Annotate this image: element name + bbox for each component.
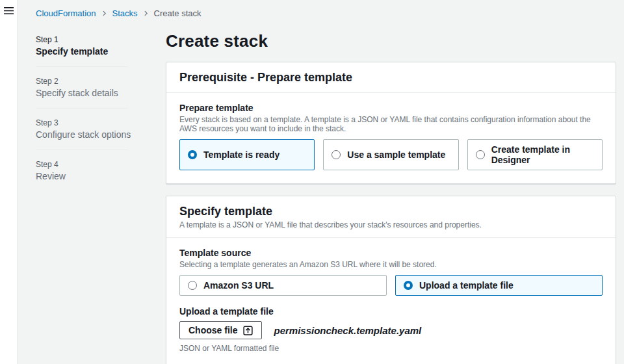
selected-file-name: permissioncheck.template.yaml (274, 325, 421, 336)
step-label: Specify template (36, 46, 166, 57)
prerequisite-card-body: Prepare template Every stack is based on… (166, 93, 616, 183)
radio-checked-icon (188, 150, 197, 159)
page-title: Create stack (166, 31, 616, 51)
template-source-label: Template source (179, 248, 603, 258)
prerequisite-card-header: Prerequisite - Prepare template (166, 62, 616, 93)
prepare-template-description: Every stack is based on a template. A te… (179, 115, 603, 133)
radio-unchecked-icon (476, 150, 485, 159)
step-1-specify-template[interactable]: Step 1 Specify template (36, 35, 166, 57)
radio-unchecked-icon (332, 150, 341, 159)
option-create-template-in-designer[interactable]: Create template in Designer (467, 139, 603, 170)
breadcrumb-current: Create stack (154, 8, 202, 18)
step-number: Step 4 (36, 160, 166, 169)
specify-template-card-header: Specify template A template is a JSON or… (166, 196, 616, 238)
specify-template-description: A template is a JSON or YAML file that d… (179, 220, 603, 229)
choose-file-label: Choose file (188, 325, 237, 335)
divider (36, 66, 128, 67)
specify-template-card: Specify template A template is a JSON or… (166, 196, 616, 364)
template-source-description: Selecting a template generates an Amazon… (179, 260, 603, 269)
option-label: Upload a template file (419, 280, 514, 291)
step-number: Step 2 (36, 77, 166, 86)
radio-checked-icon (404, 281, 413, 290)
specify-template-card-body: Template source Selecting a template gen… (166, 238, 616, 364)
main-panel: Create stack Prerequisite - Prepare temp… (166, 31, 616, 364)
step-label: Review (36, 171, 166, 181)
chevron-right-icon (101, 10, 107, 17)
option-use-sample-template[interactable]: Use a sample template (323, 139, 458, 170)
upload-row: Choose file permissioncheck.template.yam… (179, 321, 603, 339)
file-format-hint: JSON or YAML formatted file (179, 344, 603, 353)
upload-template-file-label: Upload a template file (179, 306, 603, 317)
option-template-is-ready[interactable]: Template is ready (179, 139, 315, 170)
step-label: Configure stack options (36, 129, 166, 140)
breadcrumb-cloudformation[interactable]: CloudFormation (36, 8, 96, 18)
radio-unchecked-icon (188, 281, 197, 290)
divider (36, 150, 128, 150)
upload-icon (243, 326, 253, 335)
step-3-configure-stack-options[interactable]: Step 3 Configure stack options (36, 118, 166, 140)
hamburger-icon[interactable] (4, 6, 14, 18)
step-number: Step 3 (36, 118, 166, 127)
breadcrumb: CloudFormation Stacks Create stack (36, 8, 616, 18)
chevron-right-icon (143, 10, 149, 17)
prepare-template-options: Template is ready Use a sample template … (179, 139, 603, 170)
step-2-specify-stack-details[interactable]: Step 2 Specify stack details (36, 77, 166, 98)
step-number: Step 1 (36, 35, 166, 44)
choose-file-button[interactable]: Choose file (179, 321, 262, 339)
step-4-review[interactable]: Step 4 Review (36, 160, 166, 181)
option-amazon-s3-url[interactable]: Amazon S3 URL (179, 275, 387, 296)
side-rail (0, 0, 18, 364)
option-label: Template is ready (203, 150, 280, 160)
step-label: Specify stack details (36, 88, 166, 98)
prerequisite-card-title: Prerequisite - Prepare template (179, 71, 603, 84)
template-source-options: Amazon S3 URL Upload a template file (179, 275, 603, 296)
breadcrumb-stacks[interactable]: Stacks (112, 8, 138, 18)
prepare-template-label: Prepare template (179, 103, 603, 113)
specify-template-title: Specify template (179, 205, 603, 218)
option-label: Amazon S3 URL (203, 280, 274, 291)
page-content: CloudFormation Stacks Create stack Step … (18, 0, 624, 364)
prerequisite-card: Prerequisite - Prepare template Prepare … (166, 62, 616, 184)
option-label: Use a sample template (347, 150, 445, 160)
option-upload-template-file[interactable]: Upload a template file (395, 275, 603, 296)
option-label: Create template in Designer (491, 144, 594, 165)
steps-nav: Step 1 Specify template Step 2 Specify s… (36, 31, 166, 364)
divider (36, 108, 128, 109)
